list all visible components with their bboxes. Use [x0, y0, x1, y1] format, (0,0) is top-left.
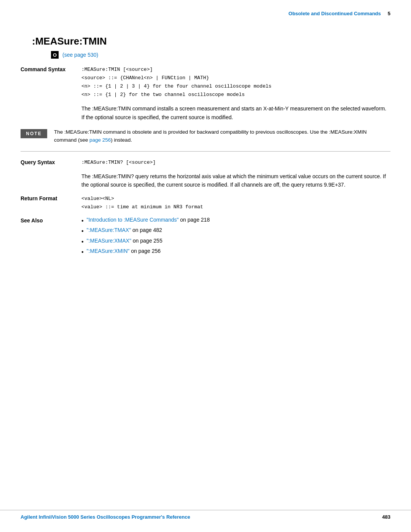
syntax-line-4: <n> ::= {1 | 2} for the two channel osci…: [81, 91, 390, 99]
note-row: NOTE The :MEASure:TMIN command is obsole…: [21, 128, 390, 144]
syntax-line-2: <source> ::= {CHANnel<n> | FUNCtion | MA…: [81, 74, 390, 82]
see-also-link-3[interactable]: ":MEASure:XMAX": [87, 238, 131, 244]
see-also-section: See Also "Introduction to :MEASure Comma…: [21, 217, 390, 259]
return-format-content: <value><NL> <value> ::= time at minimum …: [81, 195, 390, 211]
list-item: ":MEASure:XMIN" on page 256: [81, 248, 390, 256]
footer-page-number: 483: [382, 514, 390, 520]
note-link[interactable]: page 256: [89, 137, 111, 143]
see-also-link-2[interactable]: ":MEASure:TMAX": [87, 227, 131, 233]
query-syntax-content: :MEASure:TMIN? [<source>] The :MEASure:T…: [81, 158, 390, 189]
see-also-suffix-2: on page 482: [131, 227, 162, 233]
see-also-suffix-1: on page 218: [178, 217, 210, 223]
command-syntax-section: Command Syntax :MEASure:TMIN [<source>] …: [21, 66, 390, 121]
page-header: Obsolete and Discontinued Commands 5: [0, 0, 411, 24]
header-page-number: 5: [388, 11, 390, 16]
see-also-suffix-3: on page 255: [131, 238, 162, 244]
see-also-content: "Introduction to :MEASure Commands" on p…: [81, 217, 390, 259]
main-content: :MEASure:TMIN O (see page 530) Command S…: [0, 24, 411, 287]
query-line: :MEASure:TMIN? [<source>]: [81, 158, 390, 167]
return-format-label: Return Format: [21, 195, 81, 211]
command-description: The :MEASure:TMIN command installs a scr…: [81, 104, 390, 121]
see-also-link-4[interactable]: ":MEASure:XMIN": [87, 248, 130, 254]
return-line-1: <value><NL>: [81, 195, 390, 203]
see-also-label: See Also: [21, 217, 81, 259]
list-item: ":MEASure:TMAX" on page 482: [81, 227, 390, 235]
footer-title: Agilent InfiniiVision 5000 Series Oscill…: [21, 514, 190, 520]
note-text: The :MEASure:TMIN command is obsolete an…: [54, 128, 390, 144]
list-item: "Introduction to :MEASure Commands" on p…: [81, 217, 390, 225]
see-also-list: "Introduction to :MEASure Commands" on p…: [81, 217, 390, 257]
section-divider: [21, 151, 390, 152]
obsolete-badge: O: [51, 51, 59, 59]
syntax-line-3: <n> ::= {1 | 2 | 3 | 4} for the four cha…: [81, 82, 390, 91]
query-description: The :MEASure:TMIN? query returns the hor…: [81, 172, 390, 189]
page-container: Obsolete and Discontinued Commands 5 :ME…: [0, 0, 411, 532]
see-also-suffix-4: on page 256: [129, 248, 161, 254]
badge-row: O (see page 530): [51, 51, 390, 59]
return-line-2: <value> ::= time at minimum in NR3 forma…: [81, 203, 390, 211]
see-also-link-1[interactable]: "Introduction to :MEASure Commands": [87, 217, 179, 223]
note-badge: NOTE: [21, 129, 47, 138]
list-item: ":MEASure:XMAX" on page 255: [81, 238, 390, 246]
query-syntax-section: Query Syntax :MEASure:TMIN? [<source>] T…: [21, 158, 390, 189]
return-format-section: Return Format <value><NL> <value> ::= ti…: [21, 195, 390, 211]
page-footer: Agilent InfiniiVision 5000 Series Oscill…: [0, 510, 411, 520]
header-section-title: Obsolete and Discontinued Commands: [288, 11, 381, 16]
command-title: :MEASure:TMIN: [32, 35, 390, 47]
see-page-link[interactable]: (see page 530): [62, 52, 98, 58]
syntax-line-1: :MEASure:TMIN [<source>]: [81, 66, 390, 74]
query-syntax-label: Query Syntax: [21, 158, 81, 189]
command-syntax-content: :MEASure:TMIN [<source>] <source> ::= {C…: [81, 66, 390, 121]
command-syntax-label: Command Syntax: [21, 66, 81, 121]
